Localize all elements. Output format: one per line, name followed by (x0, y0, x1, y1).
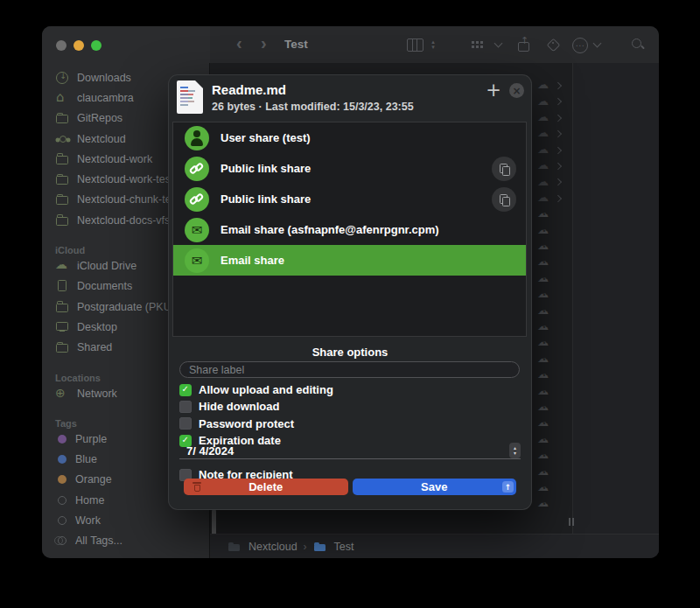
file-status-row (537, 206, 570, 221)
share-type-icon (185, 187, 209, 212)
sidebar-item-icon (55, 132, 70, 146)
share-row[interactable]: User share (test) (173, 122, 526, 153)
forward-icon[interactable]: › (261, 33, 267, 53)
tag-dot-icon (58, 534, 68, 548)
file-status-row (537, 222, 570, 238)
tag-dot-icon (58, 514, 68, 528)
checkbox-row[interactable]: Allow upload and editing (179, 381, 333, 398)
sidebar-item-icon (55, 213, 70, 227)
close-dialog-button[interactable]: × (509, 83, 524, 98)
file-status-row (537, 77, 570, 93)
checkbox-icon[interactable] (179, 384, 192, 396)
more-chevron-icon[interactable] (593, 39, 602, 48)
back-icon[interactable]: ‹ (236, 33, 242, 53)
share-row[interactable]: Email share (asfnapnfe@afenrpgnr.cpm) (173, 214, 526, 245)
expand-chevron-icon (555, 115, 562, 122)
share-row[interactable]: Email share (173, 245, 526, 276)
sidebar-tag-item[interactable]: All Tags... (42, 531, 209, 551)
document-icon (177, 80, 203, 114)
sidebar-item-icon (55, 91, 70, 105)
file-status-row (537, 93, 570, 108)
checkbox-row[interactable]: Password protect (179, 416, 333, 432)
file-status-row (537, 415, 570, 430)
cloud-status-icon (537, 240, 551, 252)
share-row-label: Email share (asfnapnfe@afenrpgnr.cpm) (220, 223, 439, 236)
share-row-label: Public link share (220, 192, 311, 206)
sidebar-item-label: Shared (77, 341, 112, 353)
sidebar-item-label: Purple (75, 433, 107, 445)
sidebar-item-label: Nextcloud-chunk-tes (77, 193, 177, 206)
checkbox-row[interactable]: Hide download (179, 398, 333, 415)
share-options-title: Share options (168, 346, 532, 359)
date-stepper[interactable]: ▴▾ (509, 443, 521, 458)
group-chevron-icon[interactable] (494, 39, 503, 48)
cloud-status-icon (537, 353, 551, 365)
cloud-status-icon (537, 255, 551, 268)
add-share-button[interactable]: + (483, 80, 504, 101)
dialog-file-meta: 26 bytes · Last modified: 15/3/23, 23:55 (212, 101, 414, 113)
cloud-status-icon (537, 192, 551, 204)
share-dialog: Readme.md 26 bytes · Last modified: 15/3… (168, 74, 532, 510)
file-status-row (537, 382, 570, 398)
file-status-row (537, 479, 570, 495)
minimize-window-button[interactable] (74, 40, 84, 51)
checkbox-label: Password protect (199, 417, 294, 430)
file-status-row (537, 318, 570, 334)
tag-dot-icon (58, 452, 68, 466)
delete-button[interactable]: Delete (184, 479, 348, 495)
copy-link-button[interactable] (492, 157, 516, 181)
zoom-window-button[interactable] (91, 40, 102, 51)
cloud-status-icon (537, 449, 551, 461)
share-row-label: User share (test) (220, 131, 311, 144)
trash-icon (192, 481, 202, 493)
expiration-date-field[interactable]: 7/ 4/2024 ▴▾ (179, 443, 521, 459)
view-stepper-icon[interactable]: ▴▾ (429, 39, 438, 50)
checkbox-icon[interactable] (179, 401, 192, 413)
share-list: User share (test) Public link share Publ… (172, 122, 527, 337)
share-row[interactable]: Public link share (173, 184, 526, 214)
close-window-button[interactable] (56, 40, 66, 51)
share-type-icon (185, 218, 209, 242)
expiration-date-value[interactable]: 7/ 4/2024 (186, 444, 234, 458)
columns-view-icon[interactable] (407, 38, 424, 52)
sidebar-tag-item[interactable]: Work (42, 510, 209, 530)
sidebar-item-label: Network (77, 388, 117, 400)
sidebar-item-icon (55, 320, 70, 334)
cloud-status-icon (537, 433, 551, 445)
file-status-row (537, 334, 570, 350)
column-divider[interactable] (572, 63, 573, 534)
tag-icon[interactable] (547, 38, 559, 51)
checkbox-label: Allow upload and editing (199, 383, 333, 396)
more-options-icon[interactable]: … (572, 38, 588, 53)
share-row[interactable]: Public link share (173, 153, 526, 184)
file-status-row (537, 495, 570, 511)
search-icon[interactable] (631, 38, 644, 51)
expand-chevron-icon (555, 163, 562, 170)
share-label-input[interactable] (179, 361, 520, 378)
copy-link-button[interactable] (492, 187, 516, 212)
folder-icon (313, 541, 328, 553)
file-status-row (537, 190, 570, 206)
cloud-status-icon (537, 95, 551, 108)
cloud-status-icon (537, 143, 551, 156)
path-item-test[interactable]: Test (334, 541, 354, 553)
save-button[interactable]: Save ↑ (353, 479, 517, 495)
share-icon[interactable] (517, 38, 529, 51)
sidebar-item-icon (55, 259, 70, 273)
file-status-row (537, 109, 570, 125)
file-status-row (537, 238, 570, 254)
path-item-nextcloud[interactable]: Nextcloud (248, 541, 298, 553)
file-status-row (537, 463, 570, 479)
cloud-status-icon (537, 224, 551, 236)
cloud-status-icon (537, 401, 551, 413)
preview-column (573, 63, 659, 534)
share-row-label: Email share (220, 254, 284, 267)
tag-dot-icon (58, 493, 68, 507)
column-resize-handle-icon[interactable] (569, 518, 570, 526)
file-status-row (537, 447, 570, 463)
titlebar-sidebar-area (42, 26, 210, 63)
sidebar-item-label: Blue (75, 453, 97, 465)
checkbox-icon[interactable] (179, 417, 192, 430)
group-by-icon[interactable] (471, 39, 485, 50)
cloud-status-icon (537, 304, 551, 317)
